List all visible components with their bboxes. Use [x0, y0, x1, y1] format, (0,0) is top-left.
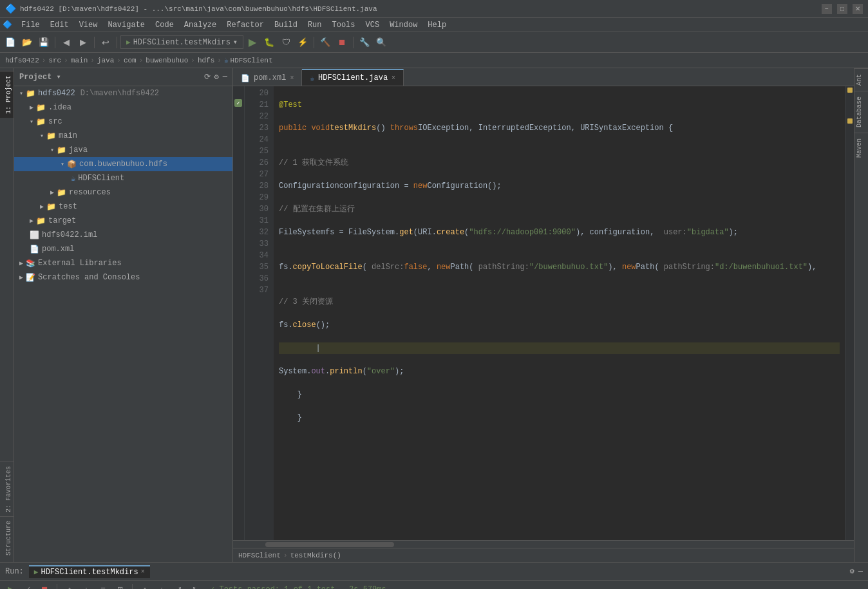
- run-again-button[interactable]: ▶: [4, 583, 18, 590]
- prev-fail-button[interactable]: ↑: [138, 583, 152, 590]
- run-config-dropdown[interactable]: ▶ HDFSClient.testMkdirs ▾: [120, 35, 243, 49]
- menu-view[interactable]: View: [74, 18, 103, 32]
- expand-button[interactable]: ⊞: [113, 583, 127, 590]
- close-icon[interactable]: ×: [392, 75, 395, 82]
- menu-navigate[interactable]: Navigate: [102, 18, 150, 32]
- maximize-button[interactable]: □: [837, 4, 847, 14]
- search-everywhere-button[interactable]: 🔍: [373, 35, 389, 50]
- menu-run[interactable]: Run: [303, 18, 327, 32]
- back-button[interactable]: ◀: [59, 35, 74, 50]
- tab-hdfs-client[interactable]: ☕ HDFSClient.java ×: [302, 69, 404, 86]
- collapse-icon[interactable]: —: [223, 72, 227, 82]
- tree-item-idea[interactable]: ▶ 📁 .idea: [14, 100, 232, 115]
- run-button[interactable]: ▶: [245, 35, 260, 50]
- run-tab-close[interactable]: ×: [141, 568, 145, 575]
- tree-item-package[interactable]: ▾ 📦 com.buwenbuhuo.hdfs: [14, 157, 232, 171]
- build-button[interactable]: 🔨: [317, 35, 333, 50]
- close-button[interactable]: ✕: [853, 4, 863, 14]
- cb-method[interactable]: testMkdirs(): [290, 552, 341, 559]
- cb-class[interactable]: HDFSClient: [238, 552, 281, 559]
- tree-path: D:\maven\hdfs0422: [80, 89, 159, 98]
- menu-refactor[interactable]: Refactor: [222, 18, 269, 32]
- stop-test-button[interactable]: ⏹: [37, 583, 52, 590]
- tree-label: HDFSClient: [78, 174, 124, 183]
- code-content[interactable]: @Test public void testMkdirs() throws IO…: [274, 86, 845, 540]
- new-file-button[interactable]: 📄: [3, 35, 18, 50]
- run-tab-hdfs[interactable]: ▶ HDFSClient.testMkdirs ×: [29, 565, 150, 578]
- java-icon: ☕: [310, 74, 314, 82]
- next-fail-button[interactable]: ↓: [155, 583, 169, 590]
- menu-analyze[interactable]: Analyze: [179, 18, 222, 32]
- minimize-button[interactable]: −: [822, 4, 832, 14]
- align-button[interactable]: ≡: [96, 583, 110, 590]
- sort-az-button[interactable]: ↕: [62, 583, 77, 590]
- expand-arrow: ▶: [50, 189, 54, 196]
- tree-label: target: [48, 216, 76, 225]
- editor-tabs: 📄 pom.xml × ☕ HDFSClient.java ×: [233, 68, 854, 86]
- menu-edit[interactable]: Edit: [45, 18, 74, 32]
- sort-dur-button[interactable]: ↓: [79, 583, 93, 590]
- tree-item-hdfs-client[interactable]: ☕ HDFSClient: [14, 171, 232, 185]
- tree-item-resources[interactable]: ▶ 📁 resources: [14, 185, 232, 200]
- test-result-text: ✓ Tests passed: 1 of 1 test – 2s 579ms: [210, 584, 386, 589]
- ant-panel-tab[interactable]: Ant: [854, 68, 869, 91]
- forward-button[interactable]: ▶: [75, 35, 91, 50]
- save-button[interactable]: 💾: [36, 35, 52, 50]
- menu-file[interactable]: File: [16, 18, 45, 32]
- sdk-button[interactable]: 🔧: [357, 35, 372, 50]
- breadcrumb-item-hdfs-client[interactable]: ☕ HDFSClient: [224, 56, 273, 64]
- menu-help[interactable]: Help: [422, 18, 451, 32]
- menu-tools[interactable]: Tools: [327, 18, 361, 32]
- vtab-project[interactable]: 1: Project: [0, 71, 14, 118]
- vtab-favorites[interactable]: 2: Favorites: [0, 462, 14, 516]
- run-sep: [57, 584, 57, 590]
- run-sep-2: [132, 584, 133, 590]
- breadcrumb-item-java[interactable]: java: [97, 57, 114, 64]
- minimize-icon[interactable]: —: [858, 567, 863, 576]
- expand-arrow: ▶: [19, 274, 23, 281]
- breadcrumb-item-hdfs[interactable]: hdfs: [198, 57, 214, 64]
- breadcrumb-item-project[interactable]: hdfs0422: [5, 57, 39, 64]
- maven-panel-tab[interactable]: Maven: [854, 133, 869, 163]
- tree-item-hdfs0422[interactable]: ▾ 📁 hdfs0422 D:\maven\hdfs0422: [14, 86, 232, 100]
- vtab-structure[interactable]: Structure: [0, 516, 14, 559]
- tree-item-ext-libs[interactable]: ▶ 📚 External Libraries: [14, 256, 232, 270]
- tree-item-java[interactable]: ▾ 📁 java: [14, 143, 232, 157]
- tree-label: test: [59, 202, 77, 211]
- breadcrumb-item-buwenbuhuo[interactable]: buwenbuhuo: [146, 57, 188, 64]
- rerun-failed-button[interactable]: ✓: [21, 583, 35, 590]
- horizontal-scrollbar[interactable]: [265, 542, 394, 547]
- code-editor[interactable]: ✓ 20 21 22 23 24 25 26 27 28 29 30 31 32…: [233, 86, 854, 540]
- scratches-icon: 📝: [26, 273, 35, 283]
- breadcrumb-item-com[interactable]: com: [124, 57, 137, 64]
- breadcrumb-item-main[interactable]: main: [71, 57, 88, 64]
- tree-item-iml[interactable]: ⬜ hdfs0422.iml: [14, 228, 232, 242]
- open-button[interactable]: 📂: [19, 35, 35, 50]
- coverage-button[interactable]: 🛡: [278, 35, 294, 50]
- menu-vcs[interactable]: VCS: [361, 18, 385, 32]
- undo-button[interactable]: ↩: [98, 35, 113, 50]
- tree-label: com.buwenbuhuo.hdfs: [79, 160, 167, 169]
- tab-pom-xml[interactable]: 📄 pom.xml ×: [233, 69, 302, 86]
- profile-button[interactable]: ⚡: [295, 35, 310, 50]
- collapse-all-button[interactable]: ⤡: [188, 583, 202, 590]
- tree-item-pom[interactable]: 📄 pom.xml: [14, 242, 232, 256]
- tree-item-main[interactable]: ▾ 📁 main: [14, 129, 232, 143]
- close-icon[interactable]: ×: [290, 75, 294, 82]
- breadcrumb-item-src[interactable]: src: [48, 57, 61, 64]
- tree-item-scratches[interactable]: ▶ 📝 Scratches and Consoles: [14, 270, 232, 285]
- tree-item-target[interactable]: ▶ 📁 target: [14, 214, 232, 228]
- settings-icon[interactable]: ⚙: [850, 566, 854, 576]
- expand-all-button[interactable]: ⤢: [171, 583, 185, 590]
- tree-item-test[interactable]: ▶ 📁 test: [14, 200, 232, 214]
- debug-button[interactable]: 🐛: [261, 35, 277, 50]
- menu-window[interactable]: Window: [384, 18, 422, 32]
- settings-icon[interactable]: ⚙: [214, 72, 219, 82]
- menu-build[interactable]: Build: [269, 18, 303, 32]
- tree-item-src[interactable]: ▾ 📁 src: [14, 115, 232, 129]
- sync-icon[interactable]: ⟳: [204, 72, 211, 82]
- database-panel-tab[interactable]: Database: [854, 91, 869, 133]
- stop-button[interactable]: ⏹: [334, 35, 350, 50]
- run-tab-settings[interactable]: ⚙ —: [850, 566, 863, 576]
- menu-code[interactable]: Code: [150, 18, 179, 32]
